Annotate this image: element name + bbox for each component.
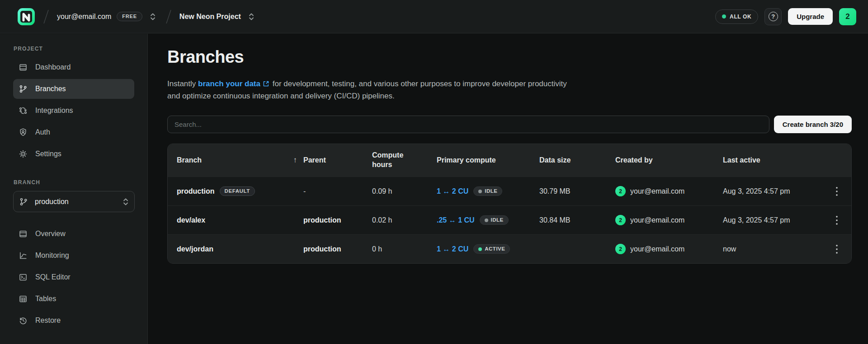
system-status-pill[interactable]: ALL OK <box>715 9 758 24</box>
create-branch-button[interactable]: Create branch 3/20 <box>774 116 852 133</box>
project-breadcrumb: New Neon Project <box>179 11 256 23</box>
sidebar-item-label: Settings <box>35 150 61 158</box>
sidebar-item-label: Tables <box>35 295 56 303</box>
upgrade-button[interactable]: Upgrade <box>788 8 833 25</box>
compute-hours-cell: 0.09 h <box>372 187 437 195</box>
column-header-last-active[interactable]: Last active <box>723 156 822 165</box>
project-switcher-button[interactable] <box>246 11 256 23</box>
neon-logo-icon <box>17 8 35 26</box>
project-name[interactable]: New Neon Project <box>179 13 241 21</box>
parent-cell: - <box>303 187 372 195</box>
avatar: 2 <box>615 215 626 225</box>
branch-name[interactable]: dev/alex <box>177 216 205 224</box>
sidebar-item-dashboard[interactable]: Dashboard <box>13 57 134 77</box>
chevron-updown-icon <box>150 13 156 21</box>
row-menu-button[interactable] <box>833 184 841 199</box>
sidebar: PROJECT Dashboard Branches Integrations <box>0 34 148 344</box>
sidebar-item-sql-editor[interactable]: SQL Editor <box>13 267 134 287</box>
column-header-data-size[interactable]: Data size <box>539 156 615 165</box>
column-header-created-by[interactable]: Created by <box>615 156 723 165</box>
sidebar-item-label: SQL Editor <box>35 273 71 281</box>
data-size-cell: 30.79 MB <box>539 187 615 195</box>
kebab-menu-icon <box>835 244 838 254</box>
sidebar-item-label: Integrations <box>35 107 73 115</box>
column-header-parent[interactable]: Parent <box>303 156 372 165</box>
branches-table: Branch ↑ Parent Compute hours Primary co… <box>167 144 852 264</box>
idle-dot <box>485 218 488 222</box>
created-by-email: your@email.com <box>630 245 684 253</box>
kebab-menu-icon <box>835 215 838 225</box>
table-controls: Create branch 3/20 <box>167 116 852 133</box>
column-header-primary-compute[interactable]: Primary compute <box>437 156 539 165</box>
kebab-menu-icon <box>835 186 838 196</box>
status-label: ALL OK <box>730 14 751 20</box>
data-size-cell: 30.84 MB <box>539 216 615 224</box>
branch-your-data-link[interactable]: branch your data <box>198 79 260 88</box>
sidebar-item-restore[interactable]: Restore <box>13 311 134 330</box>
sidebar-item-branches[interactable]: Branches <box>13 79 134 99</box>
primary-compute-value: .25 ↔ 1 CU <box>437 216 475 224</box>
branch-selector[interactable]: production <box>13 191 135 212</box>
branch-name[interactable]: production <box>177 187 215 195</box>
row-menu-button[interactable] <box>833 242 841 257</box>
table-row-dev-jordan[interactable]: dev/jordan production 0 h 1 ↔ 2 CU ACTIV… <box>168 234 851 263</box>
last-active-cell: now <box>723 245 822 253</box>
compute-hours-cell: 0.02 h <box>372 216 437 224</box>
sidebar-item-label: Monitoring <box>35 251 69 260</box>
created-by-email: your@email.com <box>630 216 684 224</box>
sort-ascending-icon[interactable]: ↑ <box>293 155 297 165</box>
dashboard-icon <box>19 63 28 72</box>
chevron-updown-icon <box>123 198 129 206</box>
default-badge: DEFAULT <box>220 186 255 196</box>
sidebar-item-label: Overview <box>35 230 66 238</box>
last-active-cell: Aug 3, 2025 4:57 pm <box>723 187 822 195</box>
table-row-production[interactable]: production DEFAULT - 0.09 h 1 ↔ 2 CU IDL… <box>168 177 851 205</box>
parent-cell: production <box>303 216 372 224</box>
sidebar-item-label: Restore <box>35 316 61 325</box>
last-active-cell: Aug 3, 2025 4:57 pm <box>723 216 822 224</box>
notification-count-badge[interactable]: 2 <box>839 8 856 25</box>
neon-logo[interactable] <box>17 8 35 26</box>
overview-icon <box>19 229 28 238</box>
sidebar-item-tables[interactable]: Tables <box>13 289 134 309</box>
branch-selector-value: production <box>35 198 116 206</box>
sidebar-item-label: Branches <box>35 85 66 93</box>
description-rest: for development, testing, and various ot… <box>273 79 567 88</box>
branch-name[interactable]: dev/jordan <box>177 245 213 253</box>
column-header-compute-hours[interactable]: Compute hours <box>372 151 422 170</box>
sidebar-item-label: Dashboard <box>35 63 71 71</box>
external-link-icon <box>263 80 269 87</box>
sidebar-item-monitoring[interactable]: Monitoring <box>13 246 134 265</box>
sidebar-item-settings[interactable]: Settings <box>13 144 134 164</box>
avatar: 2 <box>615 244 626 254</box>
sql-editor-terminal-icon <box>19 273 28 282</box>
description-line2: and optimize continuous integration and … <box>167 90 567 102</box>
compute-state-badge: IDLE <box>473 186 502 196</box>
compute-state-badge: ACTIVE <box>473 244 510 254</box>
description-prefix: Instantly <box>167 79 198 88</box>
search-input[interactable] <box>167 116 769 133</box>
row-menu-button[interactable] <box>833 213 841 228</box>
integrations-icon <box>19 106 28 115</box>
settings-gear-icon <box>19 149 28 158</box>
table-row-dev-alex[interactable]: dev/alex production 0.02 h .25 ↔ 1 CU ID… <box>168 205 851 234</box>
primary-compute-value: 1 ↔ 2 CU <box>437 245 468 253</box>
top-bar: your@email.com FREE New Neon Project ALL… <box>0 0 868 33</box>
active-dot <box>478 247 482 251</box>
help-button[interactable]: ? <box>764 8 782 25</box>
question-mark-icon: ? <box>769 12 778 21</box>
org-breadcrumb: your@email.com FREE <box>57 11 158 23</box>
status-ok-dot <box>722 14 726 19</box>
sidebar-item-overview[interactable]: Overview <box>13 224 134 244</box>
sidebar-item-integrations[interactable]: Integrations <box>13 101 134 121</box>
project-section-label: PROJECT <box>14 46 134 52</box>
sidebar-item-auth[interactable]: Auth <box>13 122 134 142</box>
org-switcher-button[interactable] <box>148 11 158 23</box>
table-header-row: Branch ↑ Parent Compute hours Primary co… <box>168 144 851 177</box>
created-by-email: your@email.com <box>630 187 684 195</box>
idle-dot <box>478 190 482 193</box>
primary-compute-value: 1 ↔ 2 CU <box>437 187 468 195</box>
org-email[interactable]: your@email.com <box>57 13 111 21</box>
tables-grid-icon <box>19 294 28 303</box>
column-header-branch[interactable]: Branch ↑ <box>177 155 303 165</box>
